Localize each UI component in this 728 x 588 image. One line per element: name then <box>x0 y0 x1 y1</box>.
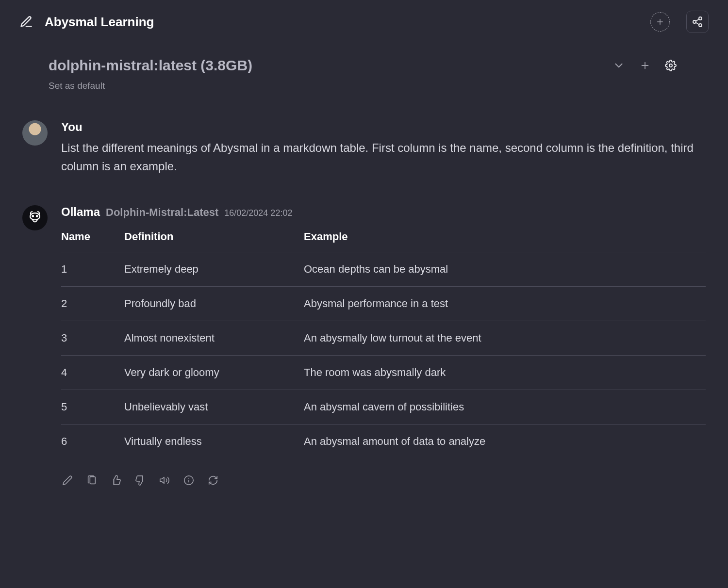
copy-icon[interactable] <box>86 475 97 486</box>
sender-label: Ollama <box>61 205 100 219</box>
svg-line-5 <box>696 23 699 25</box>
cell-name: 1 <box>61 252 124 286</box>
cell-name: 2 <box>61 286 124 321</box>
svg-point-12 <box>36 215 38 217</box>
share-button[interactable] <box>686 11 709 33</box>
edit-title-icon[interactable] <box>19 15 33 29</box>
model-tag: Dolphin-Mistral:Latest <box>106 206 218 219</box>
svg-line-6 <box>696 19 699 21</box>
model-selector[interactable]: dolphin-mistral:latest (3.8GB) <box>49 57 252 74</box>
thumbs-up-icon[interactable] <box>111 475 121 486</box>
chat-title: Abysmal Learning <box>45 15 154 30</box>
cell-definition: Very dark or gloomy <box>124 355 304 390</box>
table-row: 2 Profoundly bad Abysmal performance in … <box>61 286 706 321</box>
svg-point-10 <box>30 213 40 220</box>
table-header-definition: Definition <box>124 224 304 252</box>
user-message: You List the different meanings of Abysm… <box>22 120 706 176</box>
table-row: 4 Very dark or gloomy The room was abysm… <box>61 355 706 390</box>
cell-name: 4 <box>61 355 124 390</box>
cell-definition: Virtually endless <box>124 424 304 458</box>
speaker-icon[interactable] <box>159 475 170 486</box>
table-row: 3 Almost nonexistent An abysmally low tu… <box>61 321 706 355</box>
table-row: 6 Virtually endless An abysmal amount of… <box>61 424 706 458</box>
cell-definition: Extremely deep <box>124 252 304 286</box>
assistant-message: Ollama Dolphin-Mistral:Latest 16/02/2024… <box>22 205 706 486</box>
cell-definition: Profoundly bad <box>124 286 304 321</box>
set-default-link[interactable]: Set as default <box>0 75 728 91</box>
cell-definition: Unbelievably vast <box>124 390 304 424</box>
user-message-text: List the different meanings of Abysmal i… <box>61 139 706 176</box>
svg-point-11 <box>32 215 33 217</box>
cell-example: Ocean depths can be abysmal <box>304 252 706 286</box>
cell-example: An abysmal amount of data to analyze <box>304 424 706 458</box>
cell-example: The room was abysmally dark <box>304 355 706 390</box>
table-row: 1 Extremely deep Ocean depths can be aby… <box>61 252 706 286</box>
response-table: Name Definition Example 1 Extremely deep… <box>61 224 706 458</box>
cell-example: Abysmal performance in a test <box>304 286 706 321</box>
sender-label: You <box>61 120 83 134</box>
svg-marker-14 <box>160 477 164 483</box>
cell-name: 6 <box>61 424 124 458</box>
info-icon[interactable] <box>183 475 194 486</box>
message-timestamp: 16/02/2024 22:02 <box>224 208 292 218</box>
user-avatar <box>22 120 48 146</box>
assistant-avatar <box>22 205 48 230</box>
table-header-example: Example <box>304 224 706 252</box>
table-row: 5 Unbelievably vast An abysmal cavern of… <box>61 390 706 424</box>
add-model-button[interactable] <box>650 12 670 32</box>
chevron-down-icon[interactable] <box>610 56 628 75</box>
add-chat-button[interactable] <box>637 57 653 74</box>
cell-example: An abysmally low turnout at the event <box>304 321 706 355</box>
cell-name: 5 <box>61 390 124 424</box>
table-header-name: Name <box>61 224 124 252</box>
settings-button[interactable] <box>662 57 679 74</box>
svg-rect-13 <box>90 476 95 484</box>
svg-point-9 <box>669 64 672 67</box>
edit-icon[interactable] <box>62 475 73 486</box>
cell-name: 3 <box>61 321 124 355</box>
cell-definition: Almost nonexistent <box>124 321 304 355</box>
thumbs-down-icon[interactable] <box>135 475 146 486</box>
cell-example: An abysmal cavern of possibilities <box>304 390 706 424</box>
regenerate-icon[interactable] <box>208 475 218 486</box>
